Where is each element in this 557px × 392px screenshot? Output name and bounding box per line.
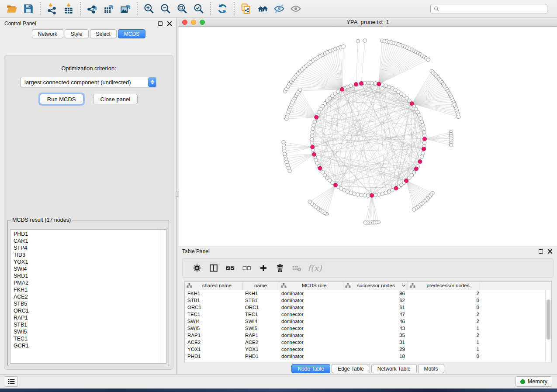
graph-node[interactable] [282,141,285,144]
mcds-result-item[interactable]: FKH1 [14,286,166,293]
graph-node[interactable] [423,141,426,144]
graph-node[interactable] [420,120,424,124]
run-mcds-button[interactable]: Run MCDS [40,94,83,104]
save-session-button[interactable] [20,1,37,16]
add-column-button[interactable] [255,260,272,276]
close-panel-icon[interactable] [167,21,172,26]
graph-edge[interactable] [361,41,365,83]
table-cell[interactable]: 2 [408,332,482,339]
graph-edge[interactable] [379,47,405,84]
graph-node[interactable] [412,208,415,211]
network-titlebar[interactable]: YPA_prune.txt_1 [179,18,557,27]
table-scrollbar[interactable] [545,290,551,362]
graph-node[interactable] [421,124,425,127]
table-row[interactable]: SWI5SWI5connector431 [185,325,551,332]
zoom-out-button[interactable] [157,1,174,16]
graph-node[interactable] [363,39,367,42]
network-canvas[interactable] [179,27,557,246]
table-cell[interactable]: RAP1 [242,332,279,339]
graph-edge[interactable] [367,196,372,223]
table-cell[interactable]: dominator [279,297,343,304]
graph-edge[interactable] [356,41,358,84]
tab-node-table[interactable]: Node Table [291,364,330,373]
graph-edge[interactable] [297,94,316,117]
table-cell[interactable]: connector [279,346,343,353]
table-cell[interactable]: 1 [408,346,482,353]
table-settings-button[interactable] [189,260,205,276]
table-cell[interactable]: YOX1 [242,346,279,353]
table-cell[interactable]: 62 [343,297,408,304]
table-cell[interactable]: 61 [343,304,408,311]
graph-node[interactable] [384,191,387,195]
graph-node[interactable] [367,81,370,85]
graph-node[interactable] [356,39,360,43]
graph-hub-node[interactable] [377,82,381,86]
graph-edge[interactable] [320,185,336,210]
graph-node[interactable] [422,131,426,134]
table-cell[interactable]: 18 [343,353,408,360]
table-cell[interactable]: 1 [408,325,482,332]
mcds-result-item[interactable]: TID3 [14,251,166,258]
column-header-MCDS-role[interactable]: MCDS role [279,282,343,290]
graph-edge[interactable] [379,84,401,185]
graph-edge[interactable] [287,117,317,119]
minimize-window-icon[interactable] [191,20,196,25]
graph-edge[interactable] [379,49,410,84]
column-header-successor-nodes[interactable]: successor nodes [343,282,408,290]
table-cell[interactable]: FKH1 [242,290,279,297]
table-cell[interactable]: ORC1 [242,304,279,311]
table-cell[interactable]: 96 [343,290,408,297]
graph-hub-node[interactable] [340,87,344,91]
graph-node[interactable] [449,143,453,147]
table-cell[interactable]: PHD1 [242,353,279,360]
table-cell[interactable]: 43 [343,325,408,332]
export-image-button[interactable] [117,1,134,16]
graph-edge[interactable] [372,196,376,222]
graph-node[interactable] [408,176,411,179]
graph-edge[interactable] [314,185,336,205]
table-row[interactable]: FKH1FKH1dominator962 [185,290,551,297]
table-row[interactable]: ORC1ORC1dominator610 [185,304,551,311]
graph-node[interactable] [312,124,315,127]
close-window-icon[interactable] [182,20,187,25]
graph-hub-node[interactable] [318,166,322,170]
float-panel-icon[interactable] [158,21,163,26]
table-cell[interactable]: 1 [408,339,482,346]
graph-hub-node[interactable] [354,83,358,86]
network-graph-svg[interactable] [179,27,557,246]
duplicate-network-button[interactable] [238,1,254,16]
graph-node[interactable] [360,193,363,197]
show-column-panel-button[interactable] [205,260,222,276]
graph-edge[interactable] [412,86,444,104]
table-cell[interactable]: 2 [408,311,482,318]
close-panel-button[interactable]: Close panel [93,94,138,104]
graph-node[interactable] [353,192,356,196]
mcds-result-item[interactable]: PMA2 [14,279,166,286]
mcds-result-item[interactable]: STP4 [14,244,166,251]
table-cell[interactable]: dominator [279,332,343,339]
graph-edge[interactable] [284,142,312,147]
table-cell[interactable]: SWI5 [242,325,279,332]
graph-node[interactable] [313,120,316,124]
graph-edge[interactable] [284,145,313,147]
task-history-button[interactable] [5,376,18,387]
graph-edge[interactable] [342,47,343,89]
mcds-result-item[interactable]: ORC1 [14,307,166,314]
graph-node[interactable] [310,138,314,141]
graph-node[interactable] [426,58,430,62]
tab-select[interactable]: Select [90,29,117,38]
scrollbar-thumb[interactable] [547,299,550,340]
zoom-in-button[interactable] [141,1,157,16]
table-cell[interactable]: 2 [408,290,482,297]
graph-node[interactable] [298,88,302,91]
table-cell[interactable]: 31 [343,339,408,346]
graph-edge[interactable] [287,155,314,162]
table-cell[interactable]: dominator [279,304,343,311]
zoom-selected-button[interactable] [190,1,207,16]
graph-hub-node[interactable] [315,115,318,119]
table-cell[interactable]: 0 [408,297,482,304]
graph-hub-node[interactable] [370,193,374,197]
mcds-result-item[interactable]: YOX1 [14,258,166,265]
table-cell[interactable]: connector [279,325,343,332]
table-row[interactable]: STB1STB1dominator620 [185,297,551,304]
